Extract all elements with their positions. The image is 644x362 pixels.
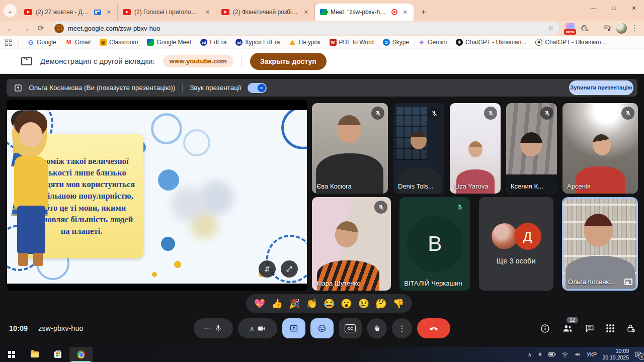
reaction-thumbs-up[interactable]: 👍 [271,298,282,309]
participant-tile[interactable]: Ксения К... [506,103,557,194]
camera-options-icon[interactable]: ∧ [250,325,255,332]
reaction-sad[interactable]: 😢 [358,298,369,309]
more-options-button[interactable]: ⋮ [392,318,412,338]
reaction-surprised[interactable]: 😮 [341,298,352,309]
tab-youtube-1[interactable]: (2) 27 жовтня - День украї ✕ [19,4,118,21]
presenting-icon [14,83,23,93]
bookmark-gemini[interactable]: Gemini [415,37,450,47]
bookmark-classroom[interactable]: Classroom [96,37,141,47]
tray-mic-icon[interactable] [537,351,543,358]
reaction-laugh[interactable]: 😂 [324,298,335,309]
forward-button[interactable]: → [19,22,32,35]
reaction-clap[interactable]: 👏 [306,298,317,309]
bookmarks-bar: Google Gmail Classroom Google Meet EdEra… [0,36,644,49]
participant-tile[interactable]: Арсенія [562,103,638,194]
notification-center-button[interactable]: 6 [634,351,642,358]
back-button[interactable]: ← [4,22,17,35]
side-panel-icon[interactable] [5,39,12,46]
profile-avatar[interactable] [616,23,627,34]
avatar: Д [514,223,541,250]
stop-presentation-button[interactable]: Зупинити презентацію [569,80,633,95]
classroom-icon [100,39,107,46]
window-minimize-button[interactable]: — [584,0,604,16]
participant-tile[interactable]: Єва Косюга [312,103,388,194]
reactions-button[interactable] [310,318,334,338]
microphone-button[interactable]: ⋯ [194,318,233,338]
fullscreen-button[interactable] [281,260,298,278]
reaction-thinking[interactable]: 🤔 [375,298,386,309]
tab-close-button[interactable]: ✕ [302,8,310,17]
chrome-taskbar-button[interactable] [69,347,93,362]
tray-wifi-icon[interactable] [561,352,569,357]
extensions-puzzle-icon[interactable] [578,22,591,35]
bookmark-star-icon[interactable]: ☆ [547,24,554,32]
browser-menu-icon[interactable]: ⋮ [629,24,640,33]
url-text[interactable]: meet.google.com/zsw-pbxv-huo [68,25,543,32]
mic-options-icon[interactable]: ⋯ [205,325,211,332]
bookmark-kursy-edera[interactable]: Курси EdEra [232,37,283,47]
address-bar[interactable]: meet.google.com/zsw-pbxv-huo ☆ [52,22,559,35]
bookmark-na-urok[interactable]: На урок [285,37,324,47]
bookmark-pdf-to-word[interactable]: PDF to Word [326,37,377,47]
shared-presentation-tile[interactable]: З-поміж такої величезної кількості лише … [7,100,307,291]
bookmark-edera[interactable]: EdEra [197,37,230,47]
window-close-button[interactable]: ✕ [624,0,644,16]
tab-close-button[interactable]: ✕ [203,8,212,17]
bookmark-google-meet[interactable]: Google Meet [143,37,195,47]
new-tab-button[interactable]: + [417,5,431,19]
reaction-thumbs-down[interactable]: 👎 [393,298,404,309]
tab-search-button[interactable]: ⌄ [4,4,17,17]
start-button[interactable] [0,347,23,362]
raise-hand-button[interactable] [367,318,387,338]
microsoft-store-button[interactable] [46,347,69,362]
bookmark-gmail[interactable]: Gmail [62,37,94,47]
participant-tile[interactable]: Liza Yarova [450,103,501,194]
tray-battery-icon[interactable] [548,352,556,357]
tab-youtube-2[interactable]: (2) Голосні і приголосні звуки ✕ [118,4,216,21]
scroll-presentation-button[interactable] [259,260,276,278]
bookmark-chatgpt-1[interactable]: ChatGPT - Ukrainian... [452,37,530,47]
participant-tile[interactable]: В ВІТАЛІЙ Черкашин [399,197,470,291]
taskbar-clock[interactable]: 10:09 20.10.2025 [602,348,629,361]
chat-button[interactable] [585,323,595,333]
file-explorer-button[interactable] [23,347,46,362]
tray-volume-icon[interactable] [574,351,581,357]
tray-chevron-icon[interactable]: ∧ [528,351,532,358]
system-tray: ∧ УКР 10:09 20.10.2025 6 [528,347,642,362]
participants-button[interactable]: 12 [562,323,573,334]
tab-close-button[interactable]: ✕ [105,8,113,17]
end-call-button[interactable] [417,318,450,338]
participant-tile[interactable]: Denis Tols... [393,103,444,194]
tab-meet-active[interactable]: Meet: "zsw-pbxv-huo" ✕ [315,4,414,21]
self-participant-tile[interactable]: Ольга Косенк... [562,197,638,291]
bookmark-skype[interactable]: Skype [379,37,413,47]
bookmark-chatgpt-2[interactable]: ChatGPT - Ukrainian... [532,37,609,47]
participant-name: Liza Yarova [454,183,488,190]
tab-sharing-icon[interactable] [54,24,64,33]
activities-button[interactable] [606,324,614,332]
window-maximize-button[interactable]: □ [604,0,624,16]
bookmark-google[interactable]: Google [24,37,60,47]
more-participants-tile[interactable]: Д Ще 3 особи [479,197,553,291]
stop-sharing-button[interactable]: Закрыть доступ [250,53,327,70]
presentation-audio-toggle[interactable] [248,83,267,93]
extension-new-icon[interactable]: New [564,22,576,34]
shared-site-pill[interactable]: www.youtube.com [163,55,233,67]
mic-muted-icon [371,107,384,120]
tab-close-button[interactable]: ✕ [401,8,410,17]
tab-youtube-3[interactable]: (2) Фонетичний розбір слова ✕ [216,4,315,21]
media-controls-icon[interactable] [601,22,614,35]
gemini-icon [418,39,425,46]
present-screen-button[interactable] [282,318,305,338]
reaction-heart[interactable]: 💖 [254,298,265,309]
participant-tile[interactable]: Кіара Шутенко [312,197,391,291]
meeting-info-button[interactable] [540,323,550,334]
host-controls-button[interactable] [626,323,636,333]
meet-main-area: Ольга Косенкова (Ви (показуєте презентац… [0,74,644,347]
reload-button[interactable]: ⟳ [34,22,47,35]
camera-button[interactable]: ∧ [238,318,277,338]
language-indicator[interactable]: УКР [587,351,597,357]
reaction-party[interactable]: 🎉 [289,298,300,309]
captions-button[interactable]: CC [339,318,362,338]
picture-in-picture-icon[interactable] [624,279,632,285]
